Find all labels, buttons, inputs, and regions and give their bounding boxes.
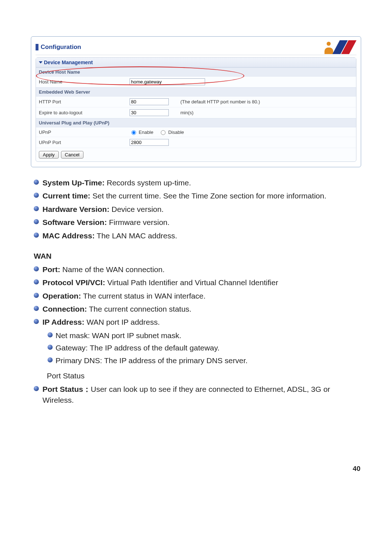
bullet-icon xyxy=(34,293,39,298)
desc: Set the current time. See the Time Zone … xyxy=(90,192,326,200)
subheader-webserver: Embedded Web Server xyxy=(36,87,356,97)
bullet-icon xyxy=(34,180,39,185)
bullet-icon xyxy=(34,219,39,224)
expire-label: Expire to auto-logout xyxy=(39,110,130,115)
list-item: Port: Name of the WAN connection. xyxy=(34,264,361,275)
brand-logo-icon xyxy=(324,40,356,54)
term: Operation: xyxy=(42,292,81,300)
http-port-input[interactable] xyxy=(130,98,169,105)
term: Software Version: xyxy=(42,218,107,226)
port-status-line: Port Status xyxy=(47,370,361,381)
row-upnp: UPnP Enable Disable xyxy=(36,127,356,137)
config-panel: Configuration Device Management Device H… xyxy=(31,36,361,167)
definition-list-1: System Up-Time: Records system up-time.C… xyxy=(31,177,361,241)
page-number: 40 xyxy=(31,464,361,474)
sub-item-text: Net mask: WAN port IP subnet mask. xyxy=(56,331,181,340)
desc: WAN port IP address. xyxy=(85,318,160,326)
hostname-label: Host Name xyxy=(39,79,130,85)
panel-title: Configuration xyxy=(41,44,81,51)
http-port-label: HTTP Port xyxy=(39,99,130,104)
row-http-port: HTTP Port (The default HTTP port number … xyxy=(36,97,356,107)
bullet-icon xyxy=(34,206,39,211)
desc: The current status in WAN interface. xyxy=(81,292,205,300)
bullet-icon xyxy=(34,279,39,284)
term: IP Address: xyxy=(42,318,85,326)
upnp-disable-label: Disable xyxy=(168,130,184,135)
subheader-upnp: Universal Plug and Play (UPnP) xyxy=(36,118,356,127)
upnp-port-input[interactable] xyxy=(130,139,169,146)
term: Protocol VPI/VCI: xyxy=(42,278,105,287)
list-item: Connection: The current connection statu… xyxy=(34,304,361,315)
list-item: IP Address: WAN port IP address. xyxy=(34,317,361,328)
row-host-name: Host Name xyxy=(36,77,356,87)
bullet-icon xyxy=(48,332,53,337)
desc: Name of the WAN connection. xyxy=(60,265,165,274)
row-expire: Expire to auto-logout min(s) xyxy=(36,107,356,118)
term: Hardware Version: xyxy=(42,205,109,213)
list-item: Primary DNS: The IP address of the prima… xyxy=(48,355,361,366)
panel-title-row: Configuration xyxy=(36,40,356,55)
bullet-icon xyxy=(48,345,53,350)
apply-button[interactable]: Apply xyxy=(39,151,59,159)
term: System Up-Time: xyxy=(42,178,105,187)
bullet-icon xyxy=(34,193,39,198)
upnp-enable-label: Enable xyxy=(139,130,153,135)
term: Port: xyxy=(42,265,60,274)
desc: Device version. xyxy=(109,205,163,213)
term: MAC Address: xyxy=(42,231,95,240)
title-marker-icon xyxy=(36,44,38,50)
list-item: Hardware Version: Device version. xyxy=(34,204,361,215)
desc: Firmware version. xyxy=(107,218,170,226)
sub-item-text: Gateway: The IP address of the default g… xyxy=(56,344,220,352)
list-item: Operation: The current status in WAN int… xyxy=(34,291,361,301)
bullet-icon xyxy=(34,266,39,271)
cancel-button[interactable]: Cancel xyxy=(61,151,83,159)
wan-heading: WAN xyxy=(34,251,361,262)
bullet-icon xyxy=(34,306,39,311)
port-status-term: Port Status： xyxy=(42,385,91,393)
desc: The LAN MAC address. xyxy=(95,231,177,240)
bullet-icon xyxy=(34,386,39,391)
definition-list-2: Port: Name of the WAN connection.Protoco… xyxy=(31,264,361,328)
list-item: MAC Address: The LAN MAC address. xyxy=(34,230,361,241)
expire-input[interactable] xyxy=(130,109,169,116)
bullet-icon xyxy=(34,233,39,238)
hostname-input[interactable] xyxy=(130,78,205,85)
list-item: Port Status：User can look up to see if t… xyxy=(34,384,361,406)
upnp-enable-radio[interactable] xyxy=(131,130,136,135)
list-item: System Up-Time: Records system up-time. xyxy=(34,177,361,188)
upnp-enable-option[interactable]: Enable xyxy=(130,129,153,135)
sub-list: Net mask: WAN port IP subnet mask.Gatewa… xyxy=(31,330,361,366)
list-item: Gateway: The IP address of the default g… xyxy=(48,342,361,353)
desc: Virtual Path Identifier and Virtual Chan… xyxy=(105,278,278,287)
upnp-port-label: UPnP Port xyxy=(39,140,130,145)
section-title: Device Management xyxy=(44,59,93,65)
term: Current time: xyxy=(42,192,90,200)
list-item: Software Version: Firmware version. xyxy=(34,217,361,228)
body-text: System Up-Time: Records system up-time.C… xyxy=(31,177,361,474)
term: Connection: xyxy=(42,305,87,313)
form-body: Device Management Device Host Name Host … xyxy=(36,57,356,162)
port-status-list: Port Status：User can look up to see if t… xyxy=(31,384,361,406)
list-item: Protocol VPI/VCI: Virtual Path Identifie… xyxy=(34,277,361,288)
bullet-icon xyxy=(48,357,53,362)
row-upnp-port: UPnP Port xyxy=(36,137,356,148)
list-item: Net mask: WAN port IP subnet mask. xyxy=(48,330,361,341)
upnp-disable-radio[interactable] xyxy=(161,130,166,135)
sub-item-text: Primary DNS: The IP address of the prima… xyxy=(56,356,248,365)
section-header[interactable]: Device Management xyxy=(36,58,356,67)
desc: The current connection status. xyxy=(87,305,191,313)
bullet-icon xyxy=(34,319,39,324)
caret-down-icon xyxy=(39,61,42,63)
upnp-label: UPnP xyxy=(39,130,130,135)
desc: Records system up-time. xyxy=(105,178,191,187)
upnp-disable-option[interactable]: Disable xyxy=(159,129,184,135)
expire-unit: min(s) xyxy=(180,110,353,115)
list-item: Current time: Set the current time. See … xyxy=(34,190,361,201)
http-port-hint: (The default HTTP port number is 80.) xyxy=(180,99,353,104)
subheader-hostname: Device Host Name xyxy=(36,67,356,77)
button-row: Apply Cancel xyxy=(36,148,356,161)
